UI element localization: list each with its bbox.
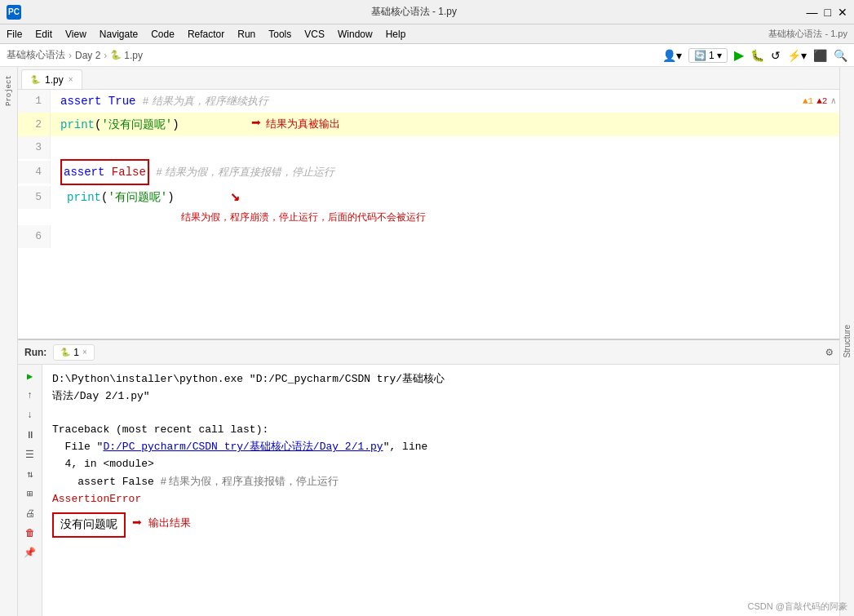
code-line-3: 3 [18, 136, 839, 159]
menu-help[interactable]: Help [386, 29, 406, 40]
title-bar-left: PC [7, 5, 21, 20]
breadcrumb: 基础核心语法 › Day 2 › 🐍 1.py [7, 48, 143, 62]
menu-file[interactable]: File [7, 29, 22, 40]
run-tab-bar: Run: 🐍 1 × ⚙ [18, 340, 839, 365]
run-output-file: File "D:/PC_pycharm/CSDN try/基础核心语法/Day … [52, 439, 830, 456]
right-sidebar: Structure [839, 67, 854, 616]
coverage-button[interactable]: ⚡▾ [787, 49, 807, 62]
stop-button[interactable]: ⬛ [813, 49, 827, 62]
run-stop-icon[interactable]: 🗑 [22, 525, 38, 541]
string-meiyou: '没有问题呢' [101, 118, 172, 131]
editor-area[interactable]: ▲1 ▲2 ∧ 1 assert True # 结果为真，程序继续执行 [18, 90, 839, 339]
string-youwen: '有问题呢' [108, 191, 167, 204]
menu-view[interactable]: View [65, 29, 86, 40]
rerun-button[interactable]: ↺ [771, 49, 781, 62]
run-output-error: AssertionError [52, 491, 830, 508]
app-logo: PC [7, 5, 21, 20]
breadcrumb-item-root[interactable]: 基础核心语法 [7, 48, 65, 62]
breadcrumb-item-day2[interactable]: Day 2 [75, 50, 100, 61]
keyword-assert-1: assert [60, 95, 101, 108]
run-comment-assert: # 结果为假，程序直接报错，停止运行 [161, 475, 339, 487]
line-number-1: 1 [18, 90, 51, 113]
menu-tools[interactable]: Tools [268, 29, 291, 40]
title-bar: PC 基础核心语法 - 1.py — □ ✕ [0, 0, 854, 24]
menu-code[interactable]: Code [151, 29, 175, 40]
run-settings-icon[interactable]: ⚙ [826, 345, 833, 359]
menu-bar: File Edit View Navigate Code Refactor Ru… [0, 24, 854, 44]
run-output-line-blank [52, 405, 830, 423]
editor-tab-1py[interactable]: 🐍 1.py × [21, 69, 82, 89]
keyword-print-2: print [60, 118, 95, 131]
run-button[interactable]: ▶ [734, 47, 744, 63]
user-icon[interactable]: 👤▾ [662, 49, 682, 62]
keyword-assert-4: assert [64, 166, 104, 179]
editor-content: ▲1 ▲2 ∧ 1 assert True # 结果为真，程序继续执行 [18, 90, 839, 248]
keyword-print-5: print [67, 191, 101, 204]
minimize-button[interactable]: — [807, 6, 818, 19]
structure-label[interactable]: Structure [843, 325, 852, 358]
window-controls[interactable]: — □ ✕ [807, 6, 847, 19]
line-number-6: 6 [18, 225, 51, 248]
comment-line1: # 结果为真，程序继续执行 [143, 95, 268, 107]
menu-vcs[interactable]: VCS [304, 29, 325, 40]
run-pin-icon[interactable]: 📌 [22, 544, 38, 561]
run-output-annotation: 输出结果 [148, 515, 191, 532]
left-sidebar: Project [0, 67, 18, 616]
run-sort-icon[interactable]: ⇅ [22, 466, 38, 482]
keyword-false: False [112, 166, 146, 179]
menu-run[interactable]: Run [237, 29, 255, 40]
line-number-5: 5 [18, 186, 51, 209]
breadcrumb-sep-1: › [69, 50, 72, 61]
file-link[interactable]: D:/PC_pycharm/CSDN try/基础核心语法/Day 2/1.py [103, 441, 383, 453]
run-align-icon[interactable]: ☰ [22, 446, 38, 463]
editor-section: 🐍 1.py × ▲1 ▲2 ∧ 1 [18, 67, 839, 339]
run-label: Run: [24, 347, 46, 358]
annotation-line2: 结果为真被输出 [266, 113, 340, 135]
code-line-2: 2 print('没有问题呢') ➡ 结果为真被输出 [18, 113, 839, 136]
line-number-4: 4 [18, 161, 51, 184]
tab-filename: 1.py [45, 74, 64, 86]
arrow-right-line5: ↘ [230, 185, 240, 208]
run-up-icon[interactable]: ↑ [22, 388, 38, 404]
run-tab-name: 1 [73, 347, 79, 358]
run-tab-left: Run: 🐍 1 × [24, 344, 95, 361]
keyword-true: True [108, 95, 136, 108]
run-down-icon[interactable]: ↓ [22, 407, 38, 423]
run-output-line-1: D:\Python\installer\python.exe "D:/PC_py… [52, 371, 830, 388]
search-everywhere-button[interactable]: 🔍 [834, 49, 847, 62]
maximize-button[interactable]: □ [825, 6, 831, 19]
debug-button[interactable]: 🐛 [750, 49, 764, 62]
breadcrumb-item-file[interactable]: 1.py [124, 50, 143, 61]
run-split-icon[interactable]: ⊞ [22, 485, 38, 502]
comment-line4: # 结果为假，程序直接报错，停止运行 [156, 166, 334, 178]
close-button[interactable]: ✕ [838, 6, 847, 19]
run-tab-close[interactable]: × [82, 348, 87, 357]
arrow-run-result: ➡ [132, 511, 142, 537]
menu-edit[interactable]: Edit [35, 29, 52, 40]
run-output[interactable]: D:\Python\installer\python.exe "D:/PC_py… [42, 365, 839, 616]
menu-navigate[interactable]: Navigate [100, 29, 138, 40]
tab-close-button[interactable]: × [69, 75, 73, 84]
output-result-box: 没有问题呢 [52, 512, 126, 537]
run-output-lineno: 4, in <module> [52, 456, 830, 473]
run-pause-icon[interactable]: ⏸ [22, 427, 38, 443]
ime-indicator: 基础核心语法 - 1.py [768, 28, 847, 40]
project-icon[interactable]: Project [2, 70, 16, 111]
run-play-icon[interactable]: ▶ [22, 368, 38, 384]
menu-refactor[interactable]: Refactor [188, 29, 224, 40]
run-config-dropdown[interactable]: 🔄 1 ▾ [688, 48, 728, 63]
breadcrumb-sep-2: › [104, 50, 107, 61]
code-line-5: 5 print('有问题呢') ↘ [18, 185, 839, 209]
csdn-watermark: CSDN @盲敲代码的阿豪 [748, 600, 847, 613]
line-content-5: print('有问题呢') ↘ [51, 185, 839, 209]
run-sidebar: ▶ ↑ ↓ ⏸ ☰ ⇅ ⊞ 🖨 🗑 📌 [18, 365, 42, 616]
run-print-icon[interactable]: 🖨 [22, 505, 38, 521]
run-tab-item-1[interactable]: 🐍 1 × [53, 344, 95, 361]
run-output-line-2: 语法/Day 2/1.py" [52, 388, 830, 405]
menu-window[interactable]: Window [338, 29, 373, 40]
toolbar-right: 👤▾ 🔄 1 ▾ ▶ 🐛 ↺ ⚡▾ ⬛ 🔍 [662, 47, 847, 63]
run-tab-file-icon: 🐍 [60, 348, 70, 357]
line-number-2: 2 [18, 113, 51, 136]
run-annotation-row: 没有问题呢 ➡ 输出结果 [52, 509, 830, 537]
tab-file-icon: 🐍 [30, 75, 40, 84]
